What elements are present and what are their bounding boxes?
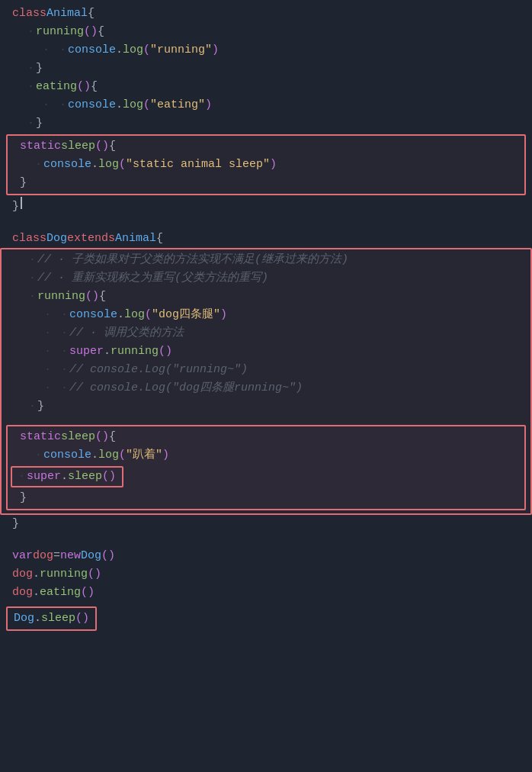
keyword-class: class (12, 5, 46, 23)
line-comment-console-running: · · // console.Log("running~") (2, 361, 530, 379)
paren-call-sleep: () (75, 612, 89, 625)
method-call-sleep: sleep (41, 612, 75, 625)
line-dog-sleep-close: } (8, 489, 524, 507)
dots-dog-5: · · (44, 379, 69, 397)
comment-child-override: // · 子类如果对于父类的方法实现不满足(继承过来的方法) (37, 251, 348, 269)
code-editor: class Animal { · running() { · · console… (0, 5, 532, 631)
keyword-static-1: static (20, 137, 61, 156)
console-obj-5: console (43, 446, 91, 465)
method-dog-running: running (37, 288, 85, 306)
var-dog: dog (33, 547, 53, 565)
line-console-running: · · console.log("running") (0, 41, 532, 60)
brace-dog-running-open: { (99, 288, 106, 306)
method-super-running: running (111, 343, 159, 361)
line-console-lie: · console.log("趴着") (8, 446, 524, 465)
dot: . (116, 41, 123, 60)
class-animal-name: Animal (46, 5, 88, 23)
brace-close-eating: } (36, 114, 43, 133)
line-dog-running-open: · running() { (2, 288, 530, 306)
comment-rewrite: // · 重新实现称之为重写(父类方法的重写) (37, 269, 268, 288)
paren-close: ) (212, 41, 219, 60)
inner-gap (2, 416, 530, 423)
line-dog-close: } (0, 515, 532, 533)
brace-dog-running-close: } (37, 397, 44, 416)
dot6: . (91, 446, 98, 465)
method-super-sleep: sleep (68, 468, 102, 486)
dots-dog-6: · (29, 397, 37, 416)
brace-sleep-open: { (109, 137, 116, 156)
method-running: running (36, 23, 84, 41)
text-cursor (21, 197, 22, 209)
method-eating: eating (36, 78, 77, 96)
brace-open: { (98, 23, 104, 41)
paren: ( (143, 41, 150, 60)
paren-call-running: () (88, 565, 101, 584)
line-dog-static-sleep-open: static sleep() { (8, 428, 524, 446)
brace-close-static: } (20, 174, 27, 192)
keyword-super-1: super (69, 343, 104, 361)
log-method-5: log (98, 446, 119, 465)
dot2: . (116, 96, 123, 114)
indent-dots-1e: · (35, 156, 43, 174)
keyword-static-2: static (20, 428, 61, 446)
dots-running-1: · (29, 288, 37, 306)
brace-dog-sleep-open: { (109, 428, 116, 446)
line-running-close: · } (0, 60, 532, 78)
paren-super-running: () (159, 343, 172, 361)
comment-console-running: // console.Log("running~") (69, 361, 248, 379)
brace-close-dog: } (12, 515, 19, 533)
gap-1 (0, 216, 532, 230)
console-obj-3: console (43, 156, 91, 174)
paren5: ( (119, 446, 126, 465)
brace-dog-sleep-close: } (20, 489, 27, 507)
dots-super-sleep: · (18, 468, 27, 486)
line-console-static-sleep: · console.log("static animal sleep") (8, 156, 524, 174)
dots-dog-3: · · (44, 343, 69, 361)
method-call-running: running (40, 565, 88, 584)
string-dog-legs: "dog四条腿" (152, 306, 220, 324)
dots-comment-1: · (29, 251, 37, 269)
paren-close-3: ) (270, 156, 277, 174)
paren-super-sleep: () (102, 468, 116, 486)
line-dog-running-close: · } (2, 397, 530, 416)
keyword-super-2: super (27, 468, 61, 486)
class-dog-ref: Dog (81, 547, 101, 565)
method-call-eating: eating (40, 584, 81, 602)
highlight-dog-sleep-call: Dog.sleep() (6, 606, 97, 631)
line-class-dog: class Dog extends Animal { (0, 230, 532, 248)
line-var-dog: var dog = new Dog() (0, 547, 532, 565)
dots-dog-4: · · (44, 361, 69, 379)
string-lie: "趴着" (126, 446, 162, 465)
log-method-2: log (123, 96, 143, 114)
class-animal-block: class Animal { · running() { · · console… (0, 5, 532, 216)
line-super-sleep: · super.sleep() (15, 468, 119, 486)
line-comment-2: · // · 重新实现称之为重写(父类方法的重写) (2, 269, 530, 288)
log-method-4: log (124, 306, 145, 324)
paren4: ( (145, 306, 152, 324)
paren-eating: () (77, 78, 91, 96)
dot7: . (61, 468, 68, 486)
paren-call-eating: () (81, 584, 95, 602)
class-animal-ref: Animal (115, 230, 156, 248)
dot10: . (34, 612, 41, 625)
line-animal-close: } (0, 197, 532, 216)
brace-close-running: } (36, 60, 43, 78)
paren-sleep-1: () (95, 137, 109, 156)
var-dog-ref-2: dog (12, 584, 33, 602)
string-running: "running" (150, 41, 212, 60)
dots-dog-1: · · (44, 306, 69, 324)
line-comment-call-parent: · · // · 调用父类的方法 (2, 324, 530, 343)
paren-running: () (84, 23, 98, 41)
method-sleep-2: sleep (61, 428, 95, 446)
line-static-sleep-close: } (8, 174, 524, 192)
dots-dog-2: · · (44, 324, 69, 343)
console-obj-1: console (68, 41, 116, 60)
brace-close-animal: } (12, 198, 19, 216)
highlight-super-sleep: · super.sleep() (11, 466, 123, 487)
indent-dots-2b: · · (43, 96, 68, 114)
line-dog-running-call: dog.running() (0, 565, 532, 584)
line-static-sleep-open: static sleep() { (8, 137, 524, 156)
highlight-dog-inner: · // · 子类如果对于父类的方法实现不满足(继承过来的方法) · // · … (0, 248, 532, 515)
method-sleep-1: sleep (61, 137, 95, 156)
indent-dots-1: · (27, 23, 36, 41)
